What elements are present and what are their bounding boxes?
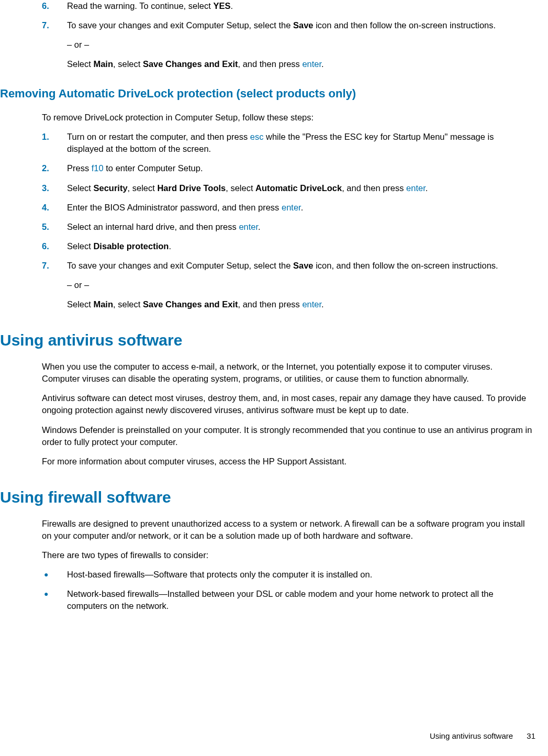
or-separator: – or –	[0, 279, 538, 291]
list-item: 7. To save your changes and exit Compute…	[0, 260, 538, 272]
list-item: ● Network-based firewalls—Installed betw…	[0, 588, 538, 612]
bullet-list-firewalls: ● Host-based firewalls—Software that pro…	[0, 569, 538, 612]
body-text-bold: YES	[213, 1, 230, 10]
body-text-bold: Save	[293, 20, 314, 30]
body-text: icon and then follow the on-screen instr…	[314, 20, 496, 30]
list-item: 4. Enter the BIOS Administrator password…	[0, 202, 538, 214]
body-text: Firewalls are designed to prevent unauth…	[0, 518, 532, 542]
bullet-icon: ●	[44, 570, 48, 580]
step-number: 3.	[42, 182, 49, 194]
body-text: .	[230, 1, 233, 10]
list-item: 6. Read the warning. To continue, select…	[0, 0, 538, 12]
key-name: f10	[92, 163, 104, 173]
list-item: 7. To save your changes and exit Compute…	[0, 19, 538, 31]
body-text: Read the warning. To continue, select	[67, 1, 213, 10]
key-name: enter	[239, 222, 258, 231]
key-name: enter	[406, 183, 426, 193]
body-text: Antivirus software can detect most virus…	[0, 392, 532, 416]
list-item: 1. Turn on or restart the computer, and …	[0, 131, 538, 155]
body-text: Windows Defender is preinstalled on your…	[0, 424, 532, 448]
list-item: 2. Press f10 to enter Computer Setup.	[0, 162, 538, 174]
bullet-icon: ●	[44, 589, 48, 599]
body-text: Network-based firewalls—Installed betwee…	[67, 589, 494, 610]
body-text: When you use the computer to access e-ma…	[0, 361, 532, 385]
section-heading: Using antivirus software	[0, 329, 538, 351]
section-heading: Using firewall software	[0, 486, 538, 508]
key-name: enter	[282, 203, 301, 212]
step-list-continuation: 6. Read the warning. To continue, select…	[0, 0, 538, 31]
step-number: 2.	[42, 162, 49, 174]
list-item: 5. Select an internal hard drive, and th…	[0, 221, 538, 233]
or-separator: – or –	[0, 39, 538, 51]
step-number: 7.	[42, 19, 49, 31]
body-text: Host-based firewalls—Software that prote…	[67, 570, 372, 579]
step-list-drivelock: 1. Turn on or restart the computer, and …	[0, 131, 538, 272]
key-name: enter	[302, 299, 321, 309]
list-item: ● Host-based firewalls—Software that pro…	[0, 569, 538, 581]
page-number: 31	[527, 731, 535, 740]
list-item: 6. Select Disable protection.	[0, 240, 538, 252]
body-text: To save your changes and exit Computer S…	[67, 20, 293, 30]
key-name: esc	[250, 132, 264, 141]
key-name: enter	[302, 59, 321, 69]
footer-section-label: Using antivirus software	[430, 731, 513, 740]
step-number: 6.	[42, 0, 49, 12]
body-text: For more information about computer viru…	[0, 455, 532, 468]
page-footer: Using antivirus software 31	[430, 730, 535, 741]
list-item: 3. Select Security, select Hard Drive To…	[0, 182, 538, 194]
body-text: To remove DriveLock protection in Comput…	[0, 112, 532, 124]
step-number: 4.	[42, 202, 49, 214]
step-number: 1.	[42, 131, 49, 143]
section-heading: Removing Automatic DriveLock protection …	[0, 86, 538, 102]
body-text: Select Main, select Save Changes and Exi…	[0, 298, 538, 310]
step-number: 7.	[42, 260, 49, 272]
step-number: 5.	[42, 221, 49, 233]
body-text: Select Main, select Save Changes and Exi…	[0, 58, 538, 70]
body-text: There are two types of firewalls to cons…	[0, 549, 532, 561]
step-number: 6.	[42, 240, 49, 252]
